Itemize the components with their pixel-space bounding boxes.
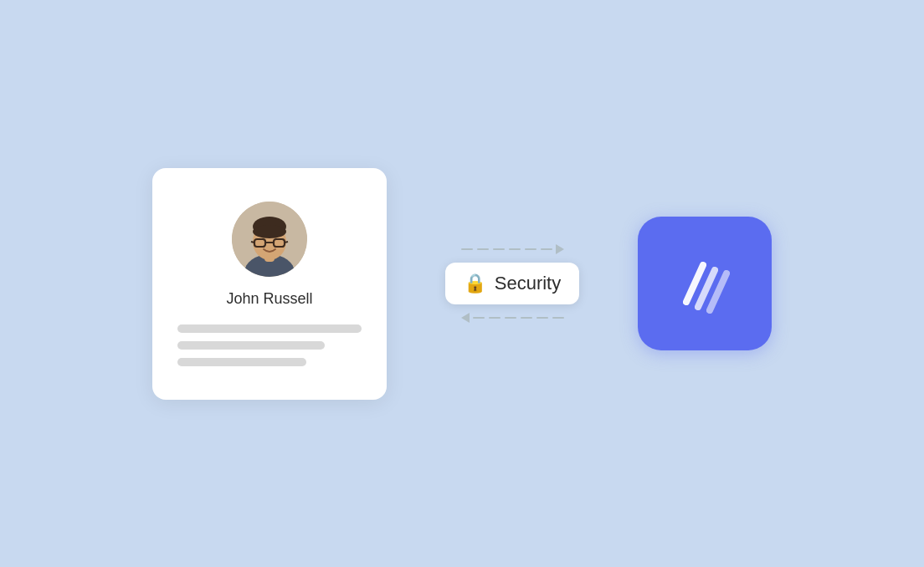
avatar: [232, 202, 307, 277]
dash: [461, 248, 473, 251]
connection-area: 🔒 Security: [420, 244, 604, 323]
right-arrowhead: [556, 244, 564, 254]
security-label: Security: [495, 273, 561, 294]
svg-line-10: [285, 242, 288, 243]
arrow-left: [461, 313, 564, 323]
user-name-label: John Russell: [226, 290, 312, 308]
dash: [477, 248, 489, 251]
dash: [493, 248, 505, 251]
dash: [489, 317, 501, 319]
app-icon-card: [638, 217, 772, 350]
svg-point-5: [253, 225, 286, 238]
arrow-right: [461, 244, 564, 254]
security-badge: 🔒 Security: [445, 263, 579, 304]
dashes-left: [473, 317, 564, 319]
dash: [473, 317, 485, 319]
main-scene: John Russell 🔒 Security: [152, 168, 772, 400]
dash: [525, 248, 536, 251]
dash: [509, 248, 521, 251]
dash: [552, 317, 564, 319]
left-arrowhead: [461, 313, 470, 323]
card-line-2: [177, 341, 325, 350]
lock-icon: 🔒: [464, 274, 486, 293]
app-icon-svg: [671, 250, 738, 317]
dash: [521, 317, 532, 319]
svg-line-9: [251, 242, 254, 243]
dash: [541, 248, 552, 251]
card-line-1: [177, 324, 362, 333]
dash: [536, 317, 548, 319]
dashes-right: [461, 248, 552, 251]
profile-card: John Russell: [152, 168, 387, 400]
dash: [505, 317, 516, 319]
card-line-3: [177, 358, 306, 366]
card-lines: [177, 324, 362, 366]
